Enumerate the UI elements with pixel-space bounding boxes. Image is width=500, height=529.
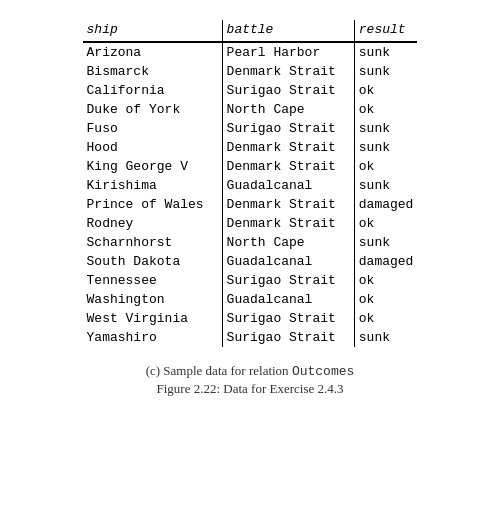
cell-ship: Fuso (83, 119, 223, 138)
col-header-battle: battle (222, 20, 354, 42)
cell-result: ok (354, 290, 417, 309)
cell-battle: North Cape (222, 233, 354, 252)
table-row: West VirginiaSurigao Straitok (83, 309, 418, 328)
cell-ship: Rodney (83, 214, 223, 233)
caption-text: (c) Sample data for relation (146, 363, 292, 378)
figure-desc: Data for Exercise 2.4.3 (223, 381, 343, 396)
cell-ship: Hood (83, 138, 223, 157)
cell-battle: Surigao Strait (222, 271, 354, 290)
col-header-ship: ship (83, 20, 223, 42)
table-row: Prince of WalesDenmark Straitdamaged (83, 195, 418, 214)
figure-label: Figure 2.22: (156, 381, 220, 396)
table-row: King George VDenmark Straitok (83, 157, 418, 176)
cell-result: ok (354, 81, 417, 100)
cell-result: damaged (354, 252, 417, 271)
cell-battle: Surigao Strait (222, 119, 354, 138)
table-row: KirishimaGuadalcanalsunk (83, 176, 418, 195)
cell-battle: Guadalcanal (222, 176, 354, 195)
table-row: TennesseeSurigao Straitok (83, 271, 418, 290)
cell-battle: Denmark Strait (222, 214, 354, 233)
cell-result: ok (354, 271, 417, 290)
cell-battle: Denmark Strait (222, 138, 354, 157)
table-row: RodneyDenmark Straitok (83, 214, 418, 233)
relation-code: Outcomes (292, 364, 354, 379)
cell-result: sunk (354, 42, 417, 62)
table-row: FusoSurigao Straitsunk (83, 119, 418, 138)
cell-ship: King George V (83, 157, 223, 176)
cell-ship: Prince of Wales (83, 195, 223, 214)
table-row: CaliforniaSurigao Straitok (83, 81, 418, 100)
cell-ship: Washington (83, 290, 223, 309)
cell-result: ok (354, 157, 417, 176)
col-header-result: result (354, 20, 417, 42)
cell-result: ok (354, 214, 417, 233)
cell-battle: North Cape (222, 100, 354, 119)
table-row: HoodDenmark Straitsunk (83, 138, 418, 157)
table-row: WashingtonGuadalcanalok (83, 290, 418, 309)
cell-result: ok (354, 100, 417, 119)
cell-result: sunk (354, 119, 417, 138)
caption-subtitle: (c) Sample data for relation Outcomes (146, 363, 355, 379)
cell-result: sunk (354, 138, 417, 157)
table-row: South DakotaGuadalcanaldamaged (83, 252, 418, 271)
cell-ship: Arizona (83, 42, 223, 62)
cell-ship: Bismarck (83, 62, 223, 81)
cell-battle: Denmark Strait (222, 195, 354, 214)
cell-ship: California (83, 81, 223, 100)
cell-ship: South Dakota (83, 252, 223, 271)
cell-battle: Surigao Strait (222, 81, 354, 100)
cell-ship: Yamashiro (83, 328, 223, 347)
cell-battle: Surigao Strait (222, 328, 354, 347)
table-row: YamashiroSurigao Straitsunk (83, 328, 418, 347)
cell-result: sunk (354, 176, 417, 195)
cell-ship: West Virginia (83, 309, 223, 328)
cell-battle: Guadalcanal (222, 252, 354, 271)
cell-ship: Duke of York (83, 100, 223, 119)
outcomes-table: ship battle result ArizonaPearl Harborsu… (83, 20, 418, 347)
table-row: ArizonaPearl Harborsunk (83, 42, 418, 62)
table-row: BismarckDenmark Straitsunk (83, 62, 418, 81)
table-row: Duke of YorkNorth Capeok (83, 100, 418, 119)
cell-battle: Denmark Strait (222, 62, 354, 81)
caption-container: (c) Sample data for relation Outcomes Fi… (146, 363, 355, 397)
cell-result: sunk (354, 62, 417, 81)
cell-ship: Kirishima (83, 176, 223, 195)
cell-result: damaged (354, 195, 417, 214)
table-row: ScharnhorstNorth Capesunk (83, 233, 418, 252)
cell-result: sunk (354, 233, 417, 252)
data-table-container: ship battle result ArizonaPearl Harborsu… (20, 20, 480, 347)
cell-battle: Pearl Harbor (222, 42, 354, 62)
cell-ship: Tennessee (83, 271, 223, 290)
cell-battle: Surigao Strait (222, 309, 354, 328)
cell-ship: Scharnhorst (83, 233, 223, 252)
cell-result: sunk (354, 328, 417, 347)
cell-battle: Guadalcanal (222, 290, 354, 309)
cell-battle: Denmark Strait (222, 157, 354, 176)
cell-result: ok (354, 309, 417, 328)
figure-caption: Figure 2.22: Data for Exercise 2.4.3 (146, 381, 355, 397)
